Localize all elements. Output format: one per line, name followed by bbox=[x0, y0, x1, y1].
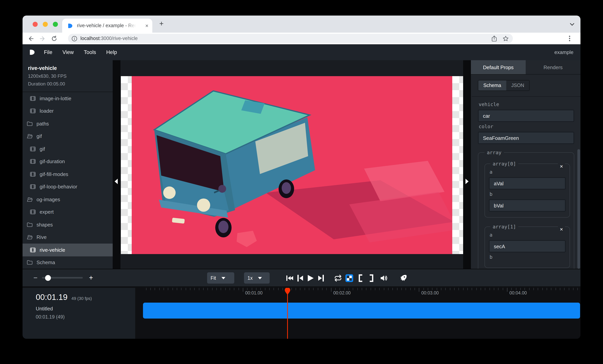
timeline-ruler[interactable]: 00:01.0000:02.0000:03.0000:04.00 bbox=[143, 288, 580, 297]
field-input-a[interactable] bbox=[489, 240, 566, 252]
prop-fields: vehiclecolor bbox=[478, 101, 574, 144]
zoom-slider-thumb[interactable] bbox=[45, 275, 51, 281]
back-icon[interactable] bbox=[28, 35, 34, 42]
sidebar-item-gif-loop-behavior[interactable]: gif-loop-behavior bbox=[23, 181, 113, 193]
jump-to-start-icon[interactable] bbox=[286, 274, 294, 282]
new-tab-button[interactable]: + bbox=[159, 20, 163, 27]
collapse-left-panel-icon[interactable] bbox=[115, 179, 118, 184]
ruler-tick bbox=[432, 288, 433, 290]
field-input-vehicle[interactable] bbox=[478, 110, 574, 122]
play-icon[interactable] bbox=[307, 274, 314, 282]
bookmark-star-icon[interactable] bbox=[502, 35, 509, 42]
remotion-logo-icon[interactable] bbox=[29, 49, 35, 56]
field-label-a: a bbox=[489, 169, 566, 175]
playhead-pin[interactable] bbox=[285, 288, 290, 295]
zoom-out-button[interactable]: − bbox=[34, 274, 39, 282]
browser-tab[interactable]: rive-vehicle / example - Remoti × bbox=[62, 19, 152, 33]
van bbox=[154, 91, 315, 237]
ruler-tick bbox=[163, 288, 164, 290]
transparency-checkerboard-icon[interactable] bbox=[345, 274, 353, 282]
ruler-tick bbox=[481, 288, 481, 290]
props-scrollbar[interactable] bbox=[577, 149, 580, 269]
ruler-tick bbox=[560, 288, 560, 290]
maximize-window-button[interactable] bbox=[53, 22, 58, 27]
playhead-line[interactable] bbox=[287, 289, 288, 339]
url-field[interactable]: localhost:3000/rive-vehicle bbox=[68, 34, 513, 43]
folder-icon bbox=[26, 259, 33, 266]
sidebar-item-rive[interactable]: Rive bbox=[23, 231, 113, 244]
composition-title: rive-vehicle bbox=[28, 65, 107, 71]
ruler-time-label: 00:01.00 bbox=[245, 291, 263, 295]
remove-array-item-icon[interactable]: × bbox=[558, 163, 565, 170]
sidebar-item-gif-fill-modes[interactable]: gif-fill-modes bbox=[23, 168, 113, 181]
ruler-time-label: 00:03.00 bbox=[421, 291, 439, 295]
ruler-tick bbox=[401, 288, 402, 290]
sidebar-item-paths[interactable]: paths bbox=[23, 117, 113, 130]
ruler-tick bbox=[498, 288, 499, 290]
remove-array-item-icon[interactable]: × bbox=[558, 226, 565, 233]
browser-menu-icon[interactable] bbox=[567, 35, 573, 42]
collapse-right-panel-icon[interactable] bbox=[465, 179, 469, 184]
folder-icon bbox=[26, 120, 33, 127]
ruler-tick bbox=[472, 288, 472, 290]
browser-window: rive-vehicle / example - Remoti × + bbox=[23, 16, 580, 339]
ruler-tick bbox=[216, 288, 217, 290]
canvas-size-select[interactable]: Fit bbox=[207, 272, 234, 284]
sidebar-item-gif[interactable]: gif bbox=[23, 143, 113, 155]
toggle-json[interactable]: JSON bbox=[506, 80, 529, 91]
menu-item-view[interactable]: View bbox=[63, 49, 74, 55]
chevron-down-icon[interactable] bbox=[569, 21, 575, 27]
site-info-icon[interactable] bbox=[71, 35, 77, 41]
timeline-timecode: 00:01.19 bbox=[36, 293, 68, 302]
omnibox-actions bbox=[491, 35, 509, 42]
previous-frame-icon[interactable] bbox=[296, 274, 304, 282]
in-point-icon[interactable] bbox=[357, 274, 364, 282]
ruler-tick bbox=[326, 288, 327, 290]
reload-icon[interactable] bbox=[51, 35, 58, 42]
share-icon[interactable] bbox=[491, 35, 497, 42]
array-item-label: array[0] bbox=[490, 161, 518, 167]
playback-rate-select[interactable]: 1x bbox=[244, 272, 270, 284]
sidebar-item-loader[interactable]: loader bbox=[23, 105, 113, 117]
field-label-vehicle: vehicle bbox=[479, 101, 574, 107]
menu-item-tools[interactable]: Tools bbox=[84, 49, 96, 55]
ruler-tick bbox=[261, 288, 261, 290]
zoom-in-button[interactable]: + bbox=[89, 274, 93, 282]
zoom-slider[interactable] bbox=[42, 277, 83, 279]
sidebar-item-label: loader bbox=[40, 108, 54, 114]
sidebar-item-image-in-lottie[interactable]: image-in-lottie bbox=[23, 92, 113, 105]
ruler-tick bbox=[375, 288, 375, 290]
forward-icon[interactable] bbox=[39, 35, 46, 42]
loop-icon[interactable] bbox=[334, 274, 342, 282]
toggle-schema[interactable]: Schema bbox=[478, 80, 506, 91]
ruler-tick bbox=[551, 288, 552, 290]
volume-icon[interactable] bbox=[380, 274, 388, 282]
fast-refresh-rocket-icon[interactable] bbox=[399, 274, 407, 282]
sidebar-item-gif-duration[interactable]: gif-duration bbox=[23, 155, 113, 168]
sidebar-item-og-images[interactable]: og-images bbox=[23, 193, 113, 206]
menu-item-help[interactable]: Help bbox=[106, 49, 117, 55]
out-point-icon[interactable] bbox=[368, 274, 375, 282]
close-window-button[interactable] bbox=[33, 22, 38, 27]
film-icon bbox=[30, 183, 36, 190]
sidebar-item-rive-vehicle[interactable]: rive-vehicle bbox=[23, 244, 113, 256]
ruler-tick bbox=[304, 288, 305, 290]
field-input-b[interactable] bbox=[489, 199, 566, 212]
timeline-track-bar[interactable] bbox=[143, 303, 580, 318]
array-item-fieldset-0: array[0]×ab bbox=[485, 161, 570, 217]
sidebar-item-shapes[interactable]: shapes bbox=[23, 218, 113, 231]
sidebar-item-schema[interactable]: Schema bbox=[23, 256, 113, 269]
tab-close-icon[interactable]: × bbox=[145, 23, 148, 28]
minimize-window-button[interactable] bbox=[43, 22, 48, 27]
ruler-tick bbox=[238, 288, 239, 290]
tab-renders[interactable]: Renders bbox=[526, 60, 580, 74]
array-item-fieldset-1: array[1]×ab bbox=[485, 224, 570, 268]
tab-default-props[interactable]: Default Props bbox=[471, 60, 526, 74]
next-frame-icon[interactable] bbox=[317, 274, 325, 282]
field-input-a[interactable] bbox=[489, 177, 566, 190]
sidebar-item-expert[interactable]: expert bbox=[23, 206, 113, 218]
menu-item-file[interactable]: File bbox=[44, 49, 52, 55]
field-input-color[interactable] bbox=[478, 132, 574, 144]
sidebar-item-gif[interactable]: gif bbox=[23, 130, 113, 143]
ruler-tick bbox=[234, 288, 234, 290]
